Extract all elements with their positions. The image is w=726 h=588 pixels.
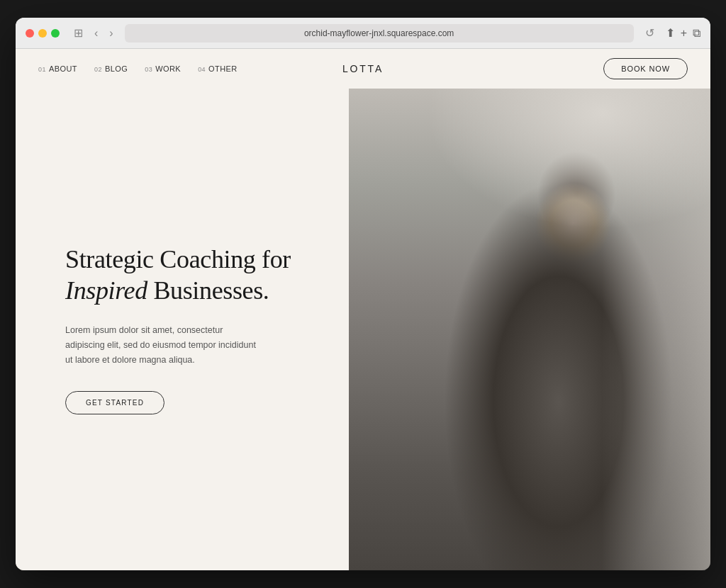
nav-item-about[interactable]: 01ABOUT (38, 64, 77, 73)
hero-body-text: Lorem ipsum dolor sit amet, consectetur … (65, 323, 264, 368)
maximize-button[interactable] (51, 29, 60, 38)
nav-left: 01ABOUT 02BLOG 03WORK 04OTHER (38, 64, 238, 73)
photo-overlay (349, 89, 710, 570)
address-bar[interactable] (125, 24, 634, 43)
get-started-button[interactable]: GET STARTED (65, 391, 164, 414)
hero-photo-area (349, 89, 710, 570)
minimize-button[interactable] (38, 29, 47, 38)
browser-window: ⊞ ‹ › ↺ ⬆ + ⧉ 01ABOUT 02BLOG 03WORK (16, 18, 710, 570)
hero-heading-line2: Businesses. (147, 276, 269, 305)
hero-photo (349, 89, 710, 570)
nav-num-blog: 02 (94, 66, 102, 73)
navigation: 01ABOUT 02BLOG 03WORK 04OTHER LOTTA BOOK… (16, 49, 710, 89)
nav-item-blog[interactable]: 02BLOG (94, 64, 128, 73)
close-button[interactable] (26, 29, 34, 38)
nav-item-work[interactable]: 03WORK (145, 64, 181, 73)
browser-actions: ⬆ + ⧉ (666, 26, 700, 40)
hero-left: Strategic Coaching for Inspired Business… (16, 89, 349, 570)
reload-button[interactable]: ↺ (642, 26, 657, 40)
hero-heading-line1: Strategic Coaching for (65, 245, 291, 273)
nav-num-about: 01 (38, 66, 46, 73)
hero-heading-italic: Inspired (65, 276, 147, 305)
forward-button[interactable]: › (106, 26, 116, 40)
nav-num-work: 03 (145, 66, 152, 73)
nav-right: BOOK NOW (603, 58, 688, 79)
browser-chrome: ⊞ ‹ › ↺ ⬆ + ⧉ (16, 18, 710, 49)
add-tab-button[interactable]: + (681, 27, 687, 40)
window-icon[interactable]: ⊞ (71, 26, 86, 40)
website: 01ABOUT 02BLOG 03WORK 04OTHER LOTTA BOOK… (16, 49, 710, 570)
hero-section: Strategic Coaching for Inspired Business… (16, 89, 710, 570)
hero-heading: Strategic Coaching for Inspired Business… (65, 244, 306, 305)
tabs-button[interactable]: ⧉ (693, 27, 700, 40)
back-button[interactable]: ‹ (91, 26, 101, 40)
nav-item-other[interactable]: 04OTHER (198, 64, 238, 73)
browser-controls: ⊞ ‹ › (71, 26, 116, 40)
site-logo[interactable]: LOTTA (342, 63, 384, 74)
nav-num-other: 04 (198, 66, 206, 73)
share-button[interactable]: ⬆ (666, 26, 675, 40)
book-now-button[interactable]: BOOK NOW (603, 58, 688, 79)
traffic-lights (26, 29, 60, 38)
